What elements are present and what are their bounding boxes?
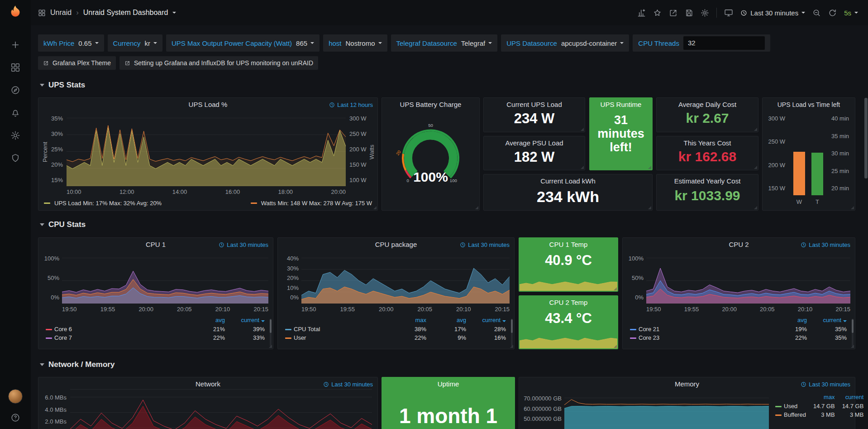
bar-T[interactable] bbox=[811, 153, 823, 195]
variable-telegraf-datasource[interactable]: Telegraf Datasource Telegraf bbox=[391, 34, 498, 52]
legend: maxavgcurrentCPU Total38%17%28%User22%9%… bbox=[281, 317, 510, 342]
cpu-package-chart[interactable] bbox=[301, 258, 510, 304]
panel-time-range[interactable]: Last 30 minutes bbox=[801, 241, 850, 248]
panel-title[interactable]: UPS Battery Charge bbox=[382, 98, 479, 111]
panel-time-range[interactable]: Last 30 minutes bbox=[801, 381, 850, 388]
network-chart[interactable] bbox=[70, 389, 372, 429]
panel-title[interactable]: UPS Runtime bbox=[590, 98, 652, 111]
alerting-bell-icon[interactable] bbox=[10, 108, 20, 118]
zoom-out-icon[interactable] bbox=[812, 9, 821, 17]
link-grafana-plex-theme[interactable]: Grafana Plex Theme bbox=[38, 56, 116, 70]
cpu1-chart[interactable] bbox=[62, 258, 268, 304]
legend-series-name[interactable]: Used bbox=[772, 402, 810, 410]
tick-label: 12:00 bbox=[119, 188, 134, 195]
panel-title[interactable]: Estimated Yearly Cost bbox=[657, 174, 758, 188]
legend-series-name[interactable]: Core 6 bbox=[42, 325, 189, 333]
variable-ups-datasource[interactable]: UPS Datasource apcupsd-container bbox=[501, 34, 629, 52]
legend-series-color bbox=[285, 337, 291, 339]
variable-cpu-threads[interactable]: CPU Threads 32 bbox=[633, 34, 770, 52]
tv-mode-monitor-icon[interactable] bbox=[724, 8, 733, 17]
legend-scrollbar[interactable] bbox=[511, 318, 513, 347]
legend-value: 19% bbox=[771, 325, 811, 333]
variable-host[interactable]: host Nostromo bbox=[323, 34, 387, 52]
legend-series-name[interactable]: Core 23 bbox=[626, 333, 771, 342]
breadcrumb-app[interactable]: Unraid bbox=[50, 9, 72, 17]
refresh-icon[interactable] bbox=[828, 9, 837, 17]
panel-title[interactable]: Current UPS Load bbox=[484, 98, 585, 111]
explore-compass-icon[interactable] bbox=[10, 85, 20, 95]
legend-series-name[interactable]: CPU Total bbox=[281, 325, 390, 333]
legend-column-current[interactable]: current bbox=[839, 394, 868, 402]
dashboard-apps-icon[interactable] bbox=[38, 9, 46, 17]
bar-chart[interactable]: WT bbox=[788, 118, 829, 205]
star-icon[interactable] bbox=[653, 9, 662, 17]
variable-ups-max-output[interactable]: UPS Max Output Power Capacity (Watt) 865 bbox=[166, 34, 320, 52]
legend-column-avg[interactable]: avg bbox=[189, 317, 229, 325]
legend-item[interactable]: Watts Min: 148 W Max: 278 W Avg: 175 W bbox=[251, 200, 372, 207]
section-ups-stats[interactable]: UPS Stats bbox=[40, 81, 85, 90]
add-panel-icon[interactable] bbox=[637, 9, 646, 17]
panel-title[interactable]: Average PSU Load bbox=[484, 136, 585, 150]
page-scrollbar[interactable] bbox=[864, 25, 868, 429]
cpu-threads-input[interactable]: 32 bbox=[683, 36, 765, 50]
configuration-gear-icon[interactable] bbox=[10, 130, 20, 140]
panel-title[interactable]: UPS Load % bbox=[38, 98, 377, 111]
panel-time-range[interactable]: Last 30 minutes bbox=[323, 381, 373, 388]
panel-title[interactable]: Uptime bbox=[382, 377, 515, 391]
refresh-interval-picker[interactable]: 5s bbox=[844, 9, 858, 17]
variable-label: Currency bbox=[113, 39, 141, 47]
variable-currency[interactable]: Currency kr bbox=[108, 34, 162, 52]
legend-scrollbar[interactable] bbox=[270, 318, 272, 347]
help-question-icon[interactable] bbox=[10, 413, 20, 423]
ups-load-chart[interactable] bbox=[67, 118, 346, 186]
legend-column-avg[interactable]: avg bbox=[771, 317, 811, 325]
dashboard-settings-gear-icon[interactable] bbox=[701, 9, 709, 17]
legend-series-name[interactable]: Core 7 bbox=[42, 333, 189, 342]
legend-scrollbar[interactable] bbox=[852, 318, 854, 347]
legend-series-name[interactable]: User bbox=[281, 333, 390, 342]
legend-column-avg[interactable]: avg bbox=[430, 317, 470, 325]
legend-value: 39% bbox=[229, 325, 268, 333]
user-avatar[interactable] bbox=[8, 389, 23, 404]
cpu2-chart[interactable] bbox=[646, 258, 850, 304]
share-icon[interactable] bbox=[669, 9, 677, 17]
link-ups-monitoring-guide[interactable]: Setting up Grafana and InfluxDB for UPS … bbox=[119, 56, 318, 70]
section-network-memory[interactable]: Network / Memory bbox=[40, 360, 114, 369]
legend-value: 22% bbox=[189, 333, 229, 342]
panel-title[interactable]: CPU 2 Temp bbox=[519, 296, 618, 309]
panel-title[interactable]: Current Load kWh bbox=[484, 174, 652, 188]
legend-column-max[interactable]: max bbox=[810, 394, 839, 402]
memory-chart[interactable] bbox=[564, 393, 769, 429]
panel-title[interactable]: Average Daily Cost bbox=[657, 98, 758, 111]
panel-this-years-cost: This Years Cost kr 162.68 bbox=[656, 136, 758, 170]
tick-label: 30% bbox=[51, 130, 63, 137]
legend-column-current[interactable]: current bbox=[229, 317, 268, 325]
legend-series-color bbox=[630, 329, 636, 330]
save-icon[interactable] bbox=[685, 9, 693, 17]
breadcrumb-dashboard-title[interactable]: Unraid System Dashboard bbox=[83, 9, 168, 17]
panel-time-range[interactable]: Last 12 hours bbox=[329, 101, 373, 108]
panel-title[interactable]: This Years Cost bbox=[657, 136, 758, 150]
create-plus-icon[interactable] bbox=[10, 40, 20, 50]
admin-shield-icon[interactable] bbox=[10, 153, 20, 163]
temp-sparkline bbox=[520, 333, 617, 348]
legend-column-current[interactable]: current bbox=[811, 317, 850, 325]
grafana-logo[interactable] bbox=[9, 5, 22, 18]
panel-time-range[interactable]: Last 30 minutes bbox=[219, 241, 268, 248]
legend-column-max[interactable]: max bbox=[390, 317, 430, 325]
panel-time-range[interactable]: Last 30 minutes bbox=[460, 241, 510, 248]
panel-title[interactable]: CPU 1 Temp bbox=[519, 238, 618, 251]
time-range-picker[interactable]: Last 30 minutes bbox=[740, 9, 805, 17]
legend-item[interactable]: UPS Load Min: 17% Max: 32% Avg: 20% bbox=[44, 200, 162, 207]
legend-series-name[interactable]: Core 21 bbox=[626, 325, 771, 333]
panel-title[interactable]: UPS Load vs Time left bbox=[763, 98, 855, 111]
chevron-down-icon[interactable] bbox=[172, 12, 176, 14]
bar-W[interactable] bbox=[793, 152, 805, 195]
template-variables-row: kWh Price 0.65 Currency kr UPS Max Outpu… bbox=[38, 34, 770, 52]
page-scrollbar-thumb[interactable] bbox=[864, 98, 868, 178]
legend-series-name[interactable]: Buffered bbox=[772, 410, 810, 419]
variable-kwh-price[interactable]: kWh Price 0.65 bbox=[38, 34, 104, 52]
dashboards-grid-icon[interactable] bbox=[10, 63, 20, 72]
section-cpu-stats[interactable]: CPU Stats bbox=[40, 220, 86, 229]
legend-column-current[interactable]: current bbox=[470, 317, 510, 325]
